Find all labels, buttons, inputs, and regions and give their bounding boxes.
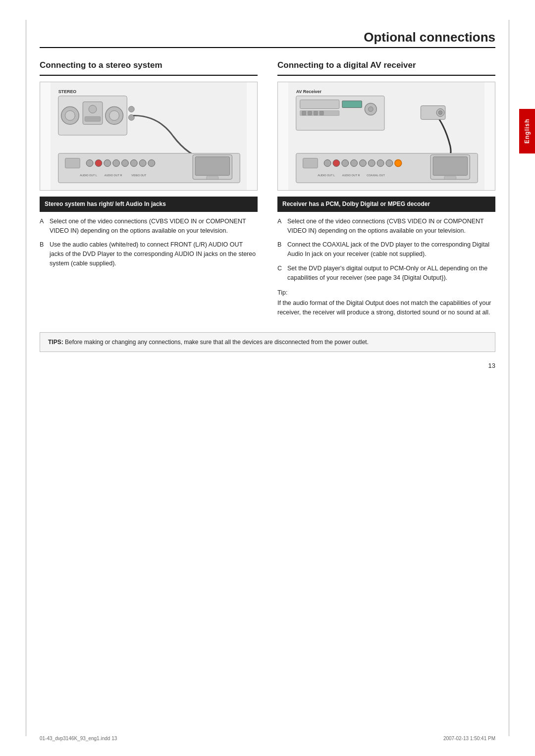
svg-point-18 <box>104 160 111 167</box>
av-diagram-svg: AV Receiver <box>278 82 495 190</box>
svg-rect-15 <box>65 158 80 168</box>
svg-text:AUDIO OUT R: AUDIO OUT R <box>105 174 122 177</box>
tips-footer-label: TIPS: <box>48 339 63 346</box>
stereo-diagram-box: STEREO <box>40 82 258 191</box>
tip-label: Tip: <box>277 288 495 298</box>
svg-rect-28 <box>195 157 229 176</box>
page-border-left <box>26 20 26 736</box>
stereo-steps-list: A Select one of the video connections (C… <box>40 217 258 268</box>
av-step-c: C Set the DVD player's digital output to… <box>277 264 495 283</box>
col-av-receiver: Connecting to a digital AV receiver AV R… <box>277 60 495 317</box>
av-callout: Receiver has a PCM, Dolby Digital or MPE… <box>277 197 495 212</box>
svg-point-56 <box>386 160 393 167</box>
stereo-step-a-letter: A <box>40 217 47 236</box>
stereo-step-a-text: Select one of the video connections (CVB… <box>50 217 258 236</box>
svg-rect-9 <box>85 116 101 121</box>
svg-point-16 <box>86 160 93 167</box>
av-heading: Connecting to a digital AV receiver <box>277 60 495 71</box>
svg-point-10 <box>128 106 134 112</box>
svg-point-41 <box>368 107 373 112</box>
stereo-diagram-svg: STEREO <box>40 82 257 190</box>
svg-rect-38 <box>320 111 323 115</box>
footer-info: 01-43_dvp3146K_93_eng1.indd 13 2007-02-1… <box>40 736 495 741</box>
svg-point-21 <box>130 160 137 167</box>
svg-rect-48 <box>303 158 318 168</box>
footer-left: 01-43_dvp3146K_93_eng1.indd 13 <box>40 736 117 741</box>
av-heading-rule <box>277 75 495 76</box>
svg-point-52 <box>351 160 358 167</box>
av-step-a-letter: A <box>277 217 284 236</box>
svg-text:COAXIAL OUT: COAXIAL OUT <box>367 174 385 177</box>
svg-text:AUDIO OUT R: AUDIO OUT R <box>342 174 360 177</box>
svg-point-57 <box>395 160 402 167</box>
svg-point-54 <box>368 160 375 167</box>
tip-section: Tip: If the audio format of the Digital … <box>277 288 495 317</box>
svg-rect-37 <box>314 111 318 115</box>
page-container: English Optional connections Connecting … <box>0 0 535 756</box>
col-stereo: Connecting to a stereo system STEREO <box>40 60 258 317</box>
svg-rect-35 <box>302 111 306 115</box>
av-callout-text: Receiver has a PCM, Dolby Digital or MPE… <box>282 201 430 207</box>
svg-point-53 <box>360 160 367 167</box>
svg-rect-63 <box>444 176 456 179</box>
svg-text:STEREO: STEREO <box>58 89 77 94</box>
svg-point-4 <box>65 111 75 121</box>
svg-rect-62 <box>433 157 467 176</box>
stereo-step-a: A Select one of the video connections (C… <box>40 217 258 236</box>
svg-rect-33 <box>300 100 339 109</box>
svg-text:AUDIO OUT L: AUDIO OUT L <box>318 174 335 177</box>
svg-point-55 <box>377 160 384 167</box>
stereo-heading-rule <box>40 75 258 76</box>
page-number: 13 <box>40 362 495 369</box>
av-step-c-text: Set the DVD player's digital output to P… <box>287 264 495 283</box>
svg-point-22 <box>139 160 146 167</box>
footer-right: 2007-02-13 1:50:41 PM <box>443 736 495 741</box>
av-steps-list: A Select one of the video connections (C… <box>277 217 495 283</box>
stereo-step-b-letter: B <box>40 240 47 268</box>
av-step-a-text: Select one of the video connections (CVB… <box>287 217 495 236</box>
svg-text:AV Receiver: AV Receiver <box>296 89 322 94</box>
av-step-b-letter: B <box>277 240 284 259</box>
stereo-heading: Connecting to a stereo system <box>40 60 258 71</box>
svg-point-51 <box>342 160 349 167</box>
svg-point-49 <box>324 160 331 167</box>
stereo-callout-text: Stereo system has right/ left Audio In j… <box>45 201 166 207</box>
svg-point-19 <box>113 160 120 167</box>
av-diagram-box: AV Receiver <box>277 82 495 191</box>
svg-text:AUDIO OUT L: AUDIO OUT L <box>80 174 97 177</box>
tips-footer: TIPS: Before making or changing any conn… <box>40 332 495 352</box>
svg-text:VIDEO OUT: VIDEO OUT <box>131 174 147 177</box>
page-border-right <box>509 20 509 736</box>
av-step-b-text: Connect the COAXIAL jack of the DVD play… <box>287 240 495 259</box>
two-column-layout: Connecting to a stereo system STEREO <box>40 60 495 317</box>
svg-point-17 <box>95 160 102 167</box>
svg-point-6 <box>109 111 119 121</box>
side-tab-label: English <box>524 119 531 144</box>
av-step-b: B Connect the COAXIAL jack of the DVD pl… <box>277 240 495 259</box>
av-step-a: A Select one of the video connections (C… <box>277 217 495 236</box>
side-tab-english: English <box>519 109 535 153</box>
stereo-callout: Stereo system has right/ left Audio In j… <box>40 197 258 212</box>
av-step-c-letter: C <box>277 264 284 283</box>
tips-footer-text: Before making or changing any connection… <box>65 339 369 346</box>
svg-point-23 <box>148 160 155 167</box>
svg-rect-36 <box>308 111 312 115</box>
svg-rect-39 <box>342 101 362 108</box>
svg-point-8 <box>89 105 97 113</box>
page-title: Optional connections <box>40 30 495 48</box>
stereo-step-b: B Use the audio cables (white/red) to co… <box>40 240 258 268</box>
stereo-step-b-text: Use the audio cables (white/red) to conn… <box>50 240 258 268</box>
svg-point-20 <box>122 160 129 167</box>
tip-text: If the audio format of the Digital Outpu… <box>277 300 491 316</box>
svg-point-50 <box>333 160 340 167</box>
svg-point-46 <box>438 111 442 115</box>
svg-rect-29 <box>207 176 218 179</box>
